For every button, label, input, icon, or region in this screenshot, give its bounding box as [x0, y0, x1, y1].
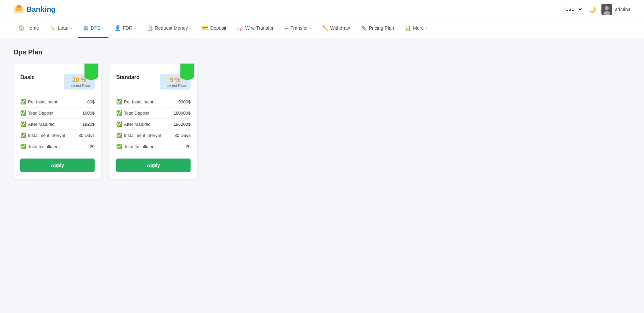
basic-interest-label: Interest Rate [69, 83, 90, 88]
standard-label-installment-interval: ✅ Installment Interval [116, 133, 161, 138]
withdraw-icon: ✏️ [322, 25, 328, 31]
plan-card-basic: Basic 20 % Interest Rate ✅ Per Installme… [14, 64, 101, 179]
nav-item-dps[interactable]: 🏦 DPS ▾ [78, 19, 109, 38]
standard-value-per-installment: 9000$ [178, 99, 191, 104]
dark-mode-toggle[interactable]: 🌙 [589, 6, 596, 13]
cards-container: Basic 20 % Interest Rate ✅ Per Installme… [14, 64, 630, 179]
basic-value-per-installment: 80$ [87, 99, 95, 104]
nav-item-home[interactable]: 🏠 Home [14, 19, 44, 38]
nav-item-loan[interactable]: 🏷️ Loan ▾ [45, 19, 76, 38]
dps-chevron: ▾ [102, 26, 104, 30]
nav-label-request-money: Request Money [155, 25, 188, 31]
std-check-icon-3: ✅ [116, 121, 122, 127]
nav-item-more[interactable]: 📊 More ▾ [400, 19, 432, 38]
more-chevron: ▾ [425, 26, 427, 30]
standard-value-after-matured: 196200$ [173, 122, 191, 127]
logo-text: Banking [26, 5, 56, 14]
user-avatar [601, 4, 612, 15]
standard-label-per-installment: ✅ Per Installment [116, 99, 153, 104]
basic-detail-total-installment: ✅ Total Installment 20 [20, 141, 95, 152]
standard-detail-installment-interval: ✅ Installment Interval 30 Days [116, 130, 191, 141]
nav-item-fdr[interactable]: 👤 FDR ▾ [110, 19, 141, 38]
username: admina [615, 7, 630, 12]
nav-label-transfer: Transfer [291, 25, 308, 31]
logo-icon [14, 4, 24, 15]
standard-interest-rate: 9 % [170, 76, 180, 83]
basic-label-total-installment: ✅ Total Installment [20, 144, 60, 149]
basic-apply-button[interactable]: Apply [20, 159, 95, 172]
request-money-icon: 📋 [147, 25, 153, 31]
transfer-chevron: ▾ [309, 26, 311, 30]
standard-detail-per-installment: ✅ Per Installment 9000$ [116, 96, 191, 107]
basic-value-total-deposit: 1600$ [82, 111, 95, 116]
nav-label-home: Home [26, 25, 39, 31]
basic-label-after-matured: ✅ After Matured [20, 121, 55, 127]
standard-detail-total-installment: ✅ Total Installment 20 [116, 141, 191, 152]
home-icon: 🏠 [18, 25, 25, 31]
standard-ribbon [180, 64, 194, 80]
standard-label-total-installment: ✅ Total Installment [116, 144, 156, 149]
standard-value-total-installment: 20 [186, 144, 191, 149]
standard-interest-label: Interest Rate [165, 83, 186, 88]
svg-point-4 [605, 6, 609, 10]
nav-label-fdr: FDR [123, 25, 132, 31]
standard-detail-after-matured: ✅ After Matured 196200$ [116, 119, 191, 130]
user-info: admina [601, 4, 630, 15]
currency-selector[interactable]: USD EUR GBP [561, 5, 583, 14]
std-check-icon-1: ✅ [116, 99, 122, 104]
basic-ribbon [84, 64, 98, 80]
basic-interest-rate: 20 % [72, 76, 86, 83]
basic-detail-installment-interval: ✅ Installment Interval 30 Days [20, 130, 95, 141]
pricing-plan-icon: 🔖 [361, 25, 367, 31]
basic-value-after-matured: 1920$ [82, 122, 95, 127]
nav-label-pricing-plan: Pricing Plan [369, 25, 394, 31]
transfer-icon: ⇌ [284, 25, 289, 31]
nav-label-dps: DPS [91, 25, 101, 31]
more-icon: 📊 [405, 25, 411, 31]
header-right: USD EUR GBP 🌙 admina [561, 4, 630, 15]
basic-label-installment-interval: ✅ Installment Interval [20, 133, 65, 138]
check-icon-2: ✅ [20, 110, 26, 116]
std-check-icon-4: ✅ [116, 133, 122, 138]
loan-chevron: ▾ [70, 26, 72, 30]
basic-label-total-deposit: ✅ Total Deposit [20, 110, 53, 116]
navbar: 🏠 Home 🏷️ Loan ▾ 🏦 DPS ▾ 👤 FDR ▾ 📋 Reque… [0, 19, 644, 38]
nav-label-withdraw: Withdraw [330, 25, 350, 31]
check-icon-4: ✅ [20, 133, 26, 138]
loan-icon: 🏷️ [50, 25, 56, 31]
standard-plan-details: ✅ Per Installment 9000$ ✅ Total Deposit … [116, 96, 191, 152]
basic-plan-name: Basic [20, 74, 35, 80]
svg-rect-2 [17, 5, 21, 8]
nav-label-loan: Loan [58, 25, 68, 31]
dps-icon: 🏦 [83, 25, 89, 31]
basic-detail-after-matured: ✅ After Matured 1920$ [20, 119, 95, 130]
nav-item-request-money[interactable]: 📋 Request Money ▾ [142, 19, 196, 38]
nav-item-deposit[interactable]: 💳 Deposit [197, 19, 231, 38]
nav-item-pricing-plan[interactable]: 🔖 Pricing Plan [356, 19, 399, 38]
basic-detail-total-deposit: ✅ Total Deposit 1600$ [20, 107, 95, 119]
standard-value-installment-interval: 30 Days [174, 133, 191, 138]
page-title: Dps Plan [14, 48, 630, 56]
std-check-icon-2: ✅ [116, 110, 122, 116]
basic-plan-details: ✅ Per Installment 80$ ✅ Total Deposit 16… [20, 96, 95, 152]
standard-label-total-deposit: ✅ Total Deposit [116, 110, 149, 116]
nav-item-wire-transfer[interactable]: 📊 Wire Transfer [232, 19, 278, 38]
nav-item-transfer[interactable]: ⇌ Transfer ▾ [280, 19, 316, 38]
standard-apply-button[interactable]: Apply [116, 159, 191, 172]
basic-value-total-installment: 20 [90, 144, 95, 149]
standard-detail-total-deposit: ✅ Total Deposit 180000$ [116, 107, 191, 119]
check-icon-3: ✅ [20, 121, 26, 127]
header: Banking USD EUR GBP 🌙 admina [0, 0, 644, 19]
basic-detail-per-installment: ✅ Per Installment 80$ [20, 96, 95, 107]
fdr-chevron: ▾ [134, 26, 136, 30]
wire-transfer-icon: 📊 [237, 25, 244, 31]
main-content: Dps Plan Basic 20 % Interest Rate ✅ Per … [0, 38, 644, 189]
check-icon-1: ✅ [20, 99, 26, 104]
logo[interactable]: Banking [14, 4, 56, 15]
basic-value-installment-interval: 30 Days [78, 133, 95, 138]
standard-value-total-deposit: 180000$ [173, 111, 191, 116]
standard-card-header: Standard 9 % Interest Rate [116, 74, 191, 90]
fdr-icon: 👤 [115, 25, 121, 31]
basic-card-header: Basic 20 % Interest Rate [20, 74, 95, 90]
nav-item-withdraw[interactable]: ✏️ Withdraw [317, 19, 354, 38]
